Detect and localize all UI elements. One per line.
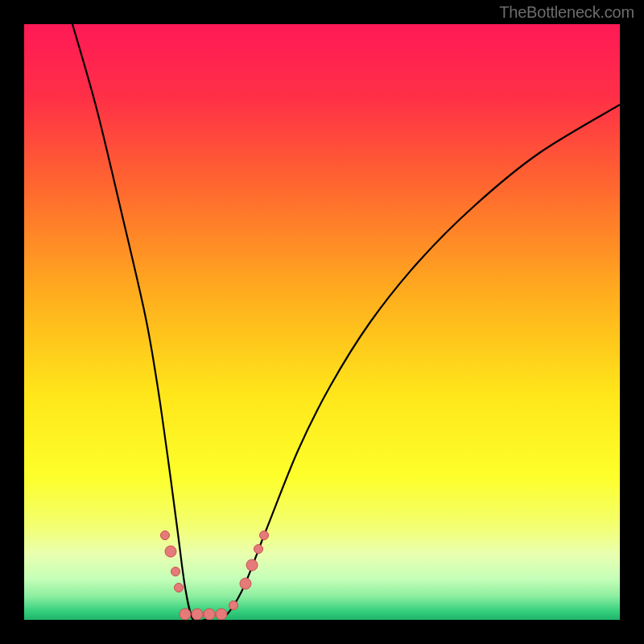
data-marker <box>161 531 170 540</box>
data-marker <box>229 601 238 610</box>
data-marker <box>260 531 269 540</box>
plot-area <box>24 24 620 620</box>
data-marker <box>192 609 203 620</box>
data-marker <box>175 584 184 592</box>
data-marker <box>246 559 258 571</box>
data-marker <box>254 545 263 554</box>
data-marker <box>180 609 191 620</box>
chart-frame: TheBottleneck.com <box>0 0 644 644</box>
bottleneck-curve <box>72 24 620 620</box>
data-marker <box>165 546 176 557</box>
watermark-text: TheBottleneck.com <box>499 3 634 22</box>
data-marker <box>171 568 180 576</box>
data-marker <box>216 609 227 620</box>
marker-group <box>161 531 269 621</box>
data-marker <box>204 609 215 620</box>
data-marker <box>240 578 251 589</box>
curve-layer <box>24 24 620 620</box>
